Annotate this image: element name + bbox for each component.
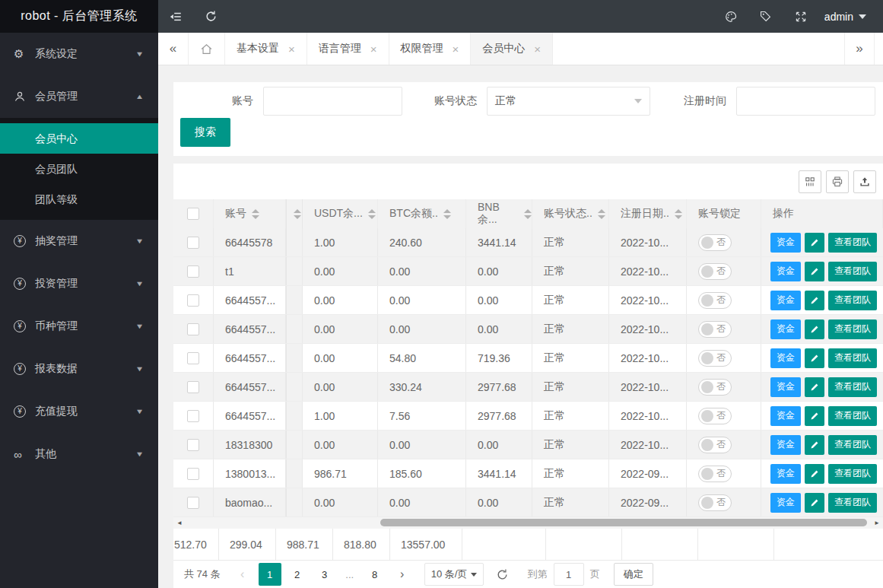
search-button[interactable]: 搜索 (180, 118, 230, 147)
view-team-button[interactable]: 查看团队 (828, 377, 877, 397)
scroll-right-icon[interactable]: ► (874, 517, 880, 529)
lock-toggle[interactable]: 否 (698, 263, 732, 280)
tab-permission-management[interactable]: 权限管理× (389, 33, 472, 65)
funds-button[interactable]: 资金 (770, 493, 801, 513)
edit-button[interactable] (805, 377, 824, 397)
row-checkbox[interactable] (187, 265, 199, 278)
tabs-expand-button[interactable]: » (844, 33, 875, 65)
close-icon[interactable]: × (453, 43, 459, 56)
view-team-button[interactable]: 查看团队 (828, 262, 877, 281)
close-icon[interactable]: × (534, 43, 541, 56)
view-team-button[interactable]: 查看团队 (828, 406, 877, 426)
page-size-select[interactable]: 10 条/页 (424, 563, 484, 586)
sidebar-item-investment-management[interactable]: ¥投资管理▼ (0, 262, 158, 305)
refresh-icon[interactable] (193, 0, 228, 33)
page-button-2[interactable]: 2 (286, 563, 309, 586)
prev-page-button[interactable]: ‹ (231, 563, 254, 586)
horizontal-scrollbar[interactable]: ◄ ► (173, 517, 883, 529)
funds-button[interactable]: 资金 (770, 377, 801, 397)
fullscreen-icon[interactable] (783, 0, 818, 33)
edit-button[interactable] (805, 291, 824, 310)
sort-icon[interactable] (368, 209, 376, 219)
funds-button[interactable]: 资金 (770, 348, 801, 368)
view-team-button[interactable]: 查看团队 (828, 348, 877, 368)
edit-button[interactable] (805, 348, 824, 368)
page-button-8[interactable]: 8 (364, 563, 386, 586)
sidebar-item-lottery-management[interactable]: ¥抽奖管理▼ (0, 220, 158, 262)
home-tab[interactable] (189, 33, 225, 65)
sidebar-item-system-settings[interactable]: ⚙系统设定▼ (0, 33, 158, 75)
sidebar-item-member-management[interactable]: 会员管理▲ (0, 75, 158, 118)
sort-icon[interactable] (675, 209, 682, 219)
refresh-table-icon[interactable] (491, 568, 514, 581)
lock-toggle[interactable]: 否 (698, 466, 732, 482)
confirm-button[interactable]: 确定 (614, 563, 653, 586)
row-checkbox[interactable] (187, 468, 199, 480)
sidebar-item-other[interactable]: ∞其他▼ (0, 433, 158, 475)
row-checkbox[interactable] (187, 294, 199, 307)
lock-toggle[interactable]: 否 (698, 494, 732, 511)
sort-icon[interactable] (252, 209, 259, 219)
edit-button[interactable] (805, 464, 824, 484)
row-checkbox[interactable] (187, 323, 199, 335)
scroll-left-icon[interactable]: ◄ (176, 517, 183, 529)
sort-icon[interactable] (524, 209, 532, 219)
page-button-1[interactable]: 1 (259, 563, 281, 586)
next-page-button[interactable]: › (391, 563, 414, 586)
sidebar-item-coin-management[interactable]: ¥币种管理▼ (0, 305, 158, 348)
view-team-button[interactable]: 查看团队 (828, 291, 877, 310)
lock-toggle[interactable]: 否 (698, 234, 732, 251)
funds-button[interactable]: 资金 (770, 406, 801, 426)
funds-button[interactable]: 资金 (770, 262, 801, 281)
tab-basic-settings[interactable]: 基本设置× (225, 33, 307, 65)
account-input[interactable] (263, 87, 402, 116)
row-checkbox[interactable] (187, 381, 199, 393)
lock-toggle[interactable]: 否 (698, 437, 732, 453)
funds-button[interactable]: 资金 (770, 319, 801, 339)
sort-icon[interactable] (294, 209, 301, 219)
edit-button[interactable] (805, 319, 824, 339)
view-team-button[interactable]: 查看团队 (828, 233, 877, 253)
sidebar-item-report-data[interactable]: ¥报表数据▼ (0, 348, 158, 390)
tab-member-center[interactable]: 会员中心× (471, 33, 553, 65)
edit-button[interactable] (805, 233, 824, 253)
page-button-3[interactable]: 3 (313, 563, 336, 586)
close-icon[interactable]: × (288, 43, 295, 56)
columns-filter-button[interactable] (799, 170, 821, 193)
print-button[interactable] (826, 170, 849, 193)
lock-toggle[interactable]: 否 (698, 321, 732, 338)
funds-button[interactable]: 资金 (770, 291, 801, 310)
sort-icon[interactable] (598, 209, 605, 219)
tag-icon[interactable] (748, 0, 783, 33)
view-team-button[interactable]: 查看团队 (828, 493, 877, 513)
sidebar-item-member-center[interactable]: 会员中心 (0, 123, 158, 154)
row-checkbox[interactable] (187, 237, 199, 249)
sidebar-item-team-level[interactable]: 团队等级 (0, 184, 158, 215)
tabs-collapse-button[interactable]: « (158, 33, 189, 65)
funds-button[interactable]: 资金 (770, 464, 801, 484)
sidebar-item-recharge-withdraw[interactable]: ¥充值提现▼ (0, 390, 158, 433)
view-team-button[interactable]: 查看团队 (828, 464, 877, 484)
goto-page-input[interactable] (554, 563, 584, 586)
edit-button[interactable] (805, 406, 824, 426)
sidebar-item-member-team[interactable]: 会员团队 (0, 154, 158, 184)
view-team-button[interactable]: 查看团队 (828, 319, 877, 339)
lock-toggle[interactable]: 否 (698, 350, 732, 367)
view-team-button[interactable]: 查看团队 (828, 435, 877, 455)
close-icon[interactable]: × (370, 43, 377, 56)
export-button[interactable] (853, 170, 876, 193)
row-checkbox[interactable] (187, 497, 199, 509)
row-checkbox[interactable] (187, 352, 199, 364)
regtime-input[interactable] (736, 87, 875, 116)
row-checkbox[interactable] (187, 410, 199, 422)
funds-button[interactable]: 资金 (770, 435, 801, 455)
scrollbar-thumb[interactable] (380, 519, 867, 526)
lock-toggle[interactable]: 否 (698, 379, 732, 396)
theme-palette-icon[interactable] (713, 0, 748, 33)
menu-fold-icon[interactable] (158, 0, 193, 33)
lock-toggle[interactable]: 否 (698, 292, 732, 309)
status-select[interactable]: 正常 (487, 87, 650, 116)
funds-button[interactable]: 资金 (770, 233, 801, 253)
sort-icon[interactable] (443, 209, 451, 219)
user-menu[interactable]: admin (818, 0, 883, 33)
